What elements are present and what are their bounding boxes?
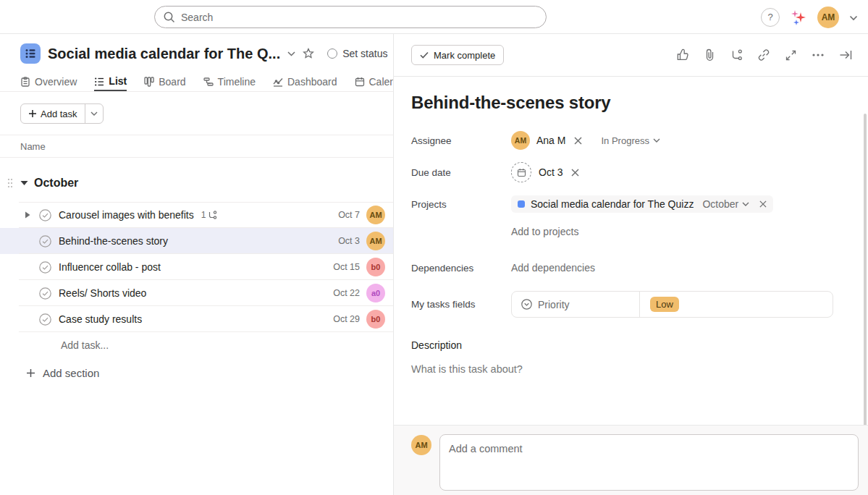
add-task-dropdown-icon[interactable] (85, 104, 103, 123)
assignee-avatar[interactable]: AM (366, 206, 385, 224)
set-status-label: Set status (342, 48, 387, 59)
task-name[interactable]: Behind-the-scenes story (59, 235, 168, 247)
chevron-down-icon (742, 202, 749, 207)
task-name[interactable]: Case study results (59, 313, 142, 325)
mark-complete-label: Mark complete (434, 50, 495, 61)
tab-overview[interactable]: Overview (20, 72, 77, 91)
remove-due-date-icon[interactable] (571, 169, 579, 177)
check-circle-icon[interactable] (39, 209, 51, 221)
remove-assignee-icon[interactable] (574, 137, 582, 145)
add-subtask-icon[interactable] (730, 49, 743, 61)
dependencies-field: Dependencies Add dependencies (411, 258, 851, 278)
tab-dashboard[interactable]: Dashboard (273, 72, 337, 91)
account-chevron-down-icon[interactable] (849, 11, 858, 24)
task-row-case-study[interactable]: Case study results Oct 29 b0 (0, 306, 393, 332)
check-circle-icon[interactable] (39, 235, 51, 248)
search-icon (163, 11, 175, 26)
mark-complete-button[interactable]: Mark complete (411, 45, 504, 65)
comment-input[interactable] (439, 434, 859, 491)
set-status-button[interactable]: Set status (327, 48, 387, 59)
close-panel-icon[interactable] (839, 49, 852, 61)
ai-sparkles-icon[interactable] (790, 9, 807, 26)
task-detail-title[interactable]: Behind-the-scenes story (411, 93, 851, 113)
project-chevron-down-icon[interactable] (287, 51, 295, 56)
project-chip-name[interactable]: Social media calendar for The Quizz (531, 198, 694, 210)
subtask-count-value: 1 (201, 210, 206, 220)
plus-icon (28, 109, 37, 118)
assignee-avatar[interactable]: AM (366, 232, 385, 250)
description-input[interactable]: What is this task about? (411, 363, 851, 375)
task-name[interactable]: Reels/ Shorts video (59, 287, 146, 299)
fullscreen-icon[interactable] (785, 49, 797, 62)
task-due-date: Oct 15 (333, 262, 360, 272)
search-input[interactable] (154, 6, 547, 28)
priority-label: Priority (538, 299, 570, 310)
help-button[interactable]: ? (761, 8, 780, 27)
tab-label: Dashboard (287, 76, 337, 88)
task-row-reels-shorts[interactable]: Reels/ Shorts video Oct 22 a0 (0, 280, 393, 306)
drag-handle-icon[interactable] (0, 178, 20, 188)
add-to-projects-link[interactable]: Add to projects (511, 226, 578, 237)
search-bar[interactable] (154, 6, 547, 28)
section-collapse-icon[interactable] (20, 180, 28, 186)
add-section-label: Add section (43, 367, 99, 379)
add-task-inline[interactable]: Add task... (0, 332, 393, 358)
assignee-avatar[interactable]: b0 (366, 310, 385, 329)
top-bar: ? AM (0, 0, 868, 34)
due-date-value[interactable]: Oct 3 (539, 166, 562, 178)
priority-value-badge[interactable]: Low (650, 297, 679, 312)
task-name[interactable]: Carousel images with benefits (59, 209, 194, 221)
name-column-header[interactable]: Name (0, 135, 393, 158)
remove-project-icon[interactable] (759, 200, 767, 208)
check-circle-icon[interactable] (39, 287, 51, 300)
custom-fields-row: My tasks fields Priority Low (411, 291, 851, 318)
plus-icon (26, 368, 35, 378)
scrollbar[interactable] (864, 114, 867, 454)
attachment-icon[interactable] (704, 48, 716, 62)
task-row-carousel[interactable]: Carousel images with benefits 1 Oct 7 AM (0, 202, 393, 228)
project-title: Social media calendar for The Q... (48, 46, 280, 62)
status-dropdown[interactable]: In Progress (601, 135, 660, 146)
tab-timeline[interactable]: Timeline (203, 72, 256, 91)
project-chip[interactable]: Social media calendar for The Quizz Octo… (511, 195, 773, 213)
task-row-behind-the-scenes[interactable]: Behind-the-scenes story Oct 3 AM (0, 228, 393, 254)
add-task-button[interactable]: Add task (20, 103, 104, 124)
like-icon[interactable] (676, 48, 689, 62)
more-options-icon[interactable] (812, 53, 825, 57)
user-avatar[interactable]: AM (817, 7, 839, 28)
help-label: ? (767, 12, 772, 22)
assignee-avatar[interactable]: AM (511, 131, 530, 150)
add-dependencies-link[interactable]: Add dependencies (511, 262, 595, 274)
check-circle-icon[interactable] (39, 261, 51, 274)
app-window: ? AM Social media calendar for The Q... (0, 0, 868, 495)
task-name[interactable]: Influencer collab - post (59, 261, 161, 273)
priority-field[interactable]: Priority (512, 292, 640, 317)
assignee-name[interactable]: Ana M (536, 135, 565, 146)
dependencies-label: Dependencies (411, 263, 511, 274)
due-date-field: Due date Oct 3 (411, 162, 851, 182)
tab-calendar[interactable]: Calendar (355, 72, 394, 91)
expand-subtasks-icon[interactable] (25, 211, 39, 219)
tab-board[interactable]: Board (144, 72, 185, 91)
add-section-button[interactable]: Add section (26, 367, 393, 379)
project-header: Social media calendar for The Q... Set s… (0, 34, 393, 68)
priority-value-cell[interactable]: Low (640, 292, 833, 317)
project-section-dropdown[interactable]: October (702, 198, 749, 210)
tab-list[interactable]: List (94, 72, 127, 91)
task-row-influencer-collab[interactable]: Influencer collab - post Oct 15 b0 (0, 254, 393, 280)
assignee-avatar[interactable]: a0 (366, 284, 385, 302)
tab-label: Board (159, 76, 185, 88)
tab-label: Timeline (218, 76, 256, 88)
assignee-avatar[interactable]: b0 (366, 258, 385, 276)
detail-actions (676, 48, 852, 62)
calendar-icon[interactable] (511, 162, 531, 182)
check-circle-icon[interactable] (39, 313, 51, 326)
due-date-label: Due date (411, 167, 511, 178)
detail-body: Behind-the-scenes story Assignee AM Ana … (394, 77, 868, 425)
section-header-october[interactable]: October (0, 171, 393, 195)
tab-label: Overview (35, 76, 77, 88)
tab-label: List (109, 75, 127, 87)
favorite-star-icon[interactable] (303, 48, 314, 59)
subtask-count: 1 (201, 210, 218, 220)
copy-link-icon[interactable] (757, 48, 770, 62)
